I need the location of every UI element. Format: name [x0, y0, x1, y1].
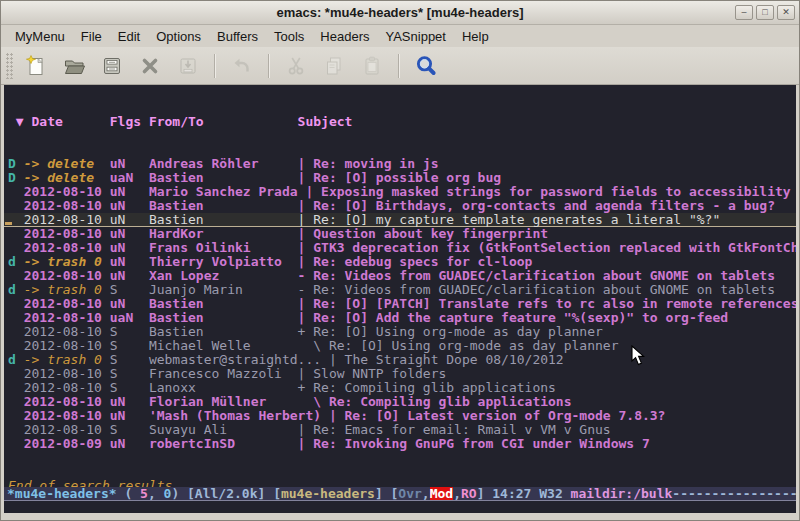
- titlebar: emacs: *mu4e-headers* [mu4e-headers] –□✕: [1, 1, 799, 25]
- message-text: uN Andreas Röhler | Re: moving in js: [102, 156, 439, 171]
- mouse-cursor: [631, 345, 646, 367]
- modeline-segment: ]: [477, 487, 493, 501]
- message-row[interactable]: 2012-08-10 uaN Bastien | Re: [O] Add the…: [4, 311, 796, 325]
- message-text: 2012-08-10 S Francesco Mazzoli | Slow NN…: [8, 366, 446, 381]
- modeline-segment: ,: [422, 487, 430, 501]
- modeline-segment: 14:27 W32: [492, 487, 570, 501]
- mark-char: d: [8, 352, 16, 367]
- mark-char: D: [8, 170, 16, 185]
- save-button[interactable]: [95, 51, 129, 81]
- save-icon: [100, 54, 124, 78]
- menu-options[interactable]: Options: [148, 27, 209, 46]
- open-folder-icon: [62, 54, 86, 78]
- text-cursor: [5, 222, 12, 225]
- menu-file[interactable]: File: [73, 27, 110, 46]
- modeline-segment: ]: [375, 487, 391, 501]
- echo-area: [4, 501, 796, 513]
- message-row[interactable]: 2012-08-10 uN Mario Sanchez Prada | Expo…: [4, 185, 796, 199]
- mark-char: d: [8, 282, 16, 297]
- minimize-button[interactable]: –: [735, 5, 753, 20]
- message-text: 2012-08-10 S Suvayu Ali | Re: Emacs for …: [8, 422, 611, 437]
- modeline-segment: ,: [453, 487, 461, 501]
- message-text: 2012-08-09 uN robertcInSD | Re: Invoking…: [8, 436, 650, 451]
- undo-icon: [230, 54, 254, 78]
- message-row[interactable]: 2012-08-09 uN robertcInSD | Re: Invoking…: [4, 437, 796, 451]
- modeline-segment: RO: [461, 487, 477, 501]
- message-row[interactable]: 2012-08-10 uN Bastien | Re: [O] my captu…: [4, 213, 796, 227]
- cut-button: [279, 51, 313, 81]
- modeline-segment: ): [171, 487, 187, 501]
- message-row[interactable]: 2012-08-10 S Lanoxx + Re: Compiling glib…: [4, 381, 796, 395]
- message-text: 2012-08-10 S Michael Welle \ Re: [O] Usi…: [8, 338, 618, 353]
- mark-action: -> delete: [16, 156, 102, 171]
- modeline-segment: *mu4e-headers*: [7, 487, 117, 501]
- close-button[interactable]: ✕: [777, 5, 795, 20]
- menu-headers[interactable]: Headers: [312, 27, 377, 46]
- menu-help[interactable]: Help: [454, 27, 497, 46]
- message-row[interactable]: 2012-08-10 S Francesco Mazzoli | Slow NN…: [4, 367, 796, 381]
- message-row[interactable]: 2012-08-10 S Bastien + Re: [O] Using org…: [4, 325, 796, 339]
- close-buffer-icon: [138, 54, 162, 78]
- message-list: D -> delete uN Andreas Röhler | Re: movi…: [4, 157, 796, 451]
- undo-button: [225, 51, 259, 81]
- toolbar: [1, 47, 799, 85]
- toolbar-separator: [398, 54, 400, 78]
- modeline-segment: ,: [148, 487, 164, 501]
- message-text: uaN Bastien | Re: [O] possible org bug: [102, 170, 501, 185]
- save-as-button: [171, 51, 205, 81]
- message-row[interactable]: D -> delete uaN Bastien | Re: [O] possib…: [4, 171, 796, 185]
- menu-tools[interactable]: Tools: [266, 27, 312, 46]
- mark-action: -> trash 0: [16, 282, 102, 297]
- message-text: 2012-08-10 uN Xan Lopez - Re: Videos fro…: [8, 268, 775, 283]
- message-text: 2012-08-10 uN Bastien | Re: [O] my captu…: [8, 212, 720, 227]
- message-row[interactable]: 2012-08-10 uN Bastien | Re: [O] [PATCH] …: [4, 297, 796, 311]
- message-row[interactable]: 2012-08-10 uN Bastien | Re: [O] Birthday…: [4, 199, 796, 213]
- end-of-results-text: End of search results: [4, 479, 796, 487]
- message-text: 2012-08-10 S Lanoxx + Re: Compiling glib…: [8, 380, 556, 395]
- message-row[interactable]: D -> delete uN Andreas Röhler | Re: movi…: [4, 157, 796, 171]
- mu4e-headers-buffer: ▼ Date Flgs From/To Subject D -> delete …: [4, 85, 796, 487]
- modeline-segment: Mod: [430, 487, 453, 501]
- modeline: *mu4e-headers* ( 5, 0) [All/2.0k] [mu4e-…: [4, 487, 796, 501]
- copy-icon: [322, 54, 346, 78]
- message-row[interactable]: 2012-08-10 uN Florian Müllner \ Re: Comp…: [4, 395, 796, 409]
- menubar: MyMenuFileEditOptionsBuffersToolsHeaders…: [1, 25, 799, 47]
- save-as-icon: [176, 54, 200, 78]
- message-row[interactable]: 2012-08-10 uN Frans Oilinki | GTK3 depre…: [4, 241, 796, 255]
- maximize-button[interactable]: □: [756, 5, 774, 20]
- search-button[interactable]: [409, 51, 443, 81]
- message-row[interactable]: 2012-08-10 uN 'Mash (Thomas Herbert) | R…: [4, 409, 796, 423]
- message-row[interactable]: 2012-08-10 S Suvayu Ali | Re: Emacs for …: [4, 423, 796, 437]
- close-buffer-button[interactable]: [133, 51, 167, 81]
- menu-buffers[interactable]: Buffers: [209, 27, 266, 46]
- modeline-segment: [: [273, 487, 281, 501]
- menu-edit[interactable]: Edit: [110, 27, 148, 46]
- message-row[interactable]: 2012-08-10 uN HardKor | Question about k…: [4, 227, 796, 241]
- message-row[interactable]: d -> trash 0 uN Thierry Volpiatto | Re: …: [4, 255, 796, 269]
- window-frame: emacs: *mu4e-headers* [mu4e-headers] –□✕…: [0, 0, 800, 521]
- message-row[interactable]: 2012-08-10 S Michael Welle \ Re: [O] Usi…: [4, 339, 796, 353]
- message-text: 2012-08-10 uN HardKor | Question about k…: [8, 226, 548, 241]
- modeline-segment: ----------------------------------------: [672, 487, 796, 501]
- paste-icon: [360, 54, 384, 78]
- menu-mymenu[interactable]: MyMenu: [7, 27, 73, 46]
- open-folder-button[interactable]: [57, 51, 91, 81]
- message-row[interactable]: d -> trash 0 S webmaster@straightd... | …: [4, 353, 796, 367]
- message-row[interactable]: 2012-08-10 uN Xan Lopez - Re: Videos fro…: [4, 269, 796, 283]
- mark-char: D: [8, 156, 16, 171]
- mark-action: -> trash 0: [16, 254, 102, 269]
- paste-button: [355, 51, 389, 81]
- mark-action: -> delete: [16, 170, 102, 185]
- new-file-button[interactable]: [19, 51, 53, 81]
- message-text: 2012-08-10 uaN Bastien | Re: [O] Add the…: [8, 310, 728, 325]
- modeline-segment: maildir:/bulk: [571, 487, 673, 501]
- search-icon: [414, 54, 438, 78]
- modeline-segment: 5: [140, 487, 148, 501]
- modeline-segment: [All/2.0k]: [187, 487, 273, 501]
- menu-yasnippet[interactable]: YASnippet: [377, 27, 453, 46]
- toolbar-separator: [268, 54, 270, 78]
- copy-button: [317, 51, 351, 81]
- toolbar-grip-handle[interactable]: [6, 53, 14, 79]
- modeline-segment: (: [117, 487, 140, 501]
- message-row[interactable]: d -> trash 0 S Juanjo Marin - Re: Videos…: [4, 283, 796, 297]
